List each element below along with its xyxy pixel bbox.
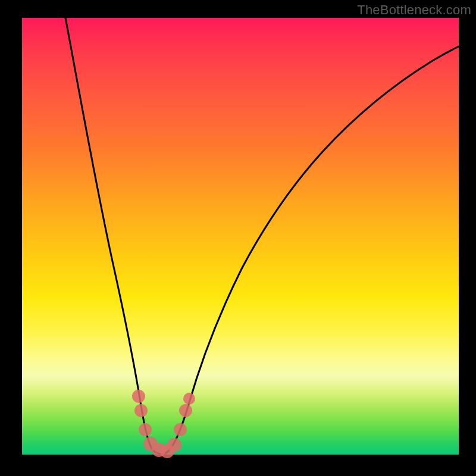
svg-point-9 bbox=[183, 393, 195, 405]
curve-layer bbox=[22, 18, 459, 455]
svg-point-2 bbox=[139, 423, 152, 436]
svg-point-1 bbox=[134, 404, 148, 417]
watermark-text: TheBottleneck.com bbox=[357, 2, 471, 18]
bottleneck-curve bbox=[65, 18, 459, 454]
chart-frame: TheBottleneck.com bbox=[0, 0, 476, 476]
svg-point-8 bbox=[179, 404, 192, 417]
svg-point-6 bbox=[167, 438, 181, 452]
svg-point-0 bbox=[132, 390, 145, 403]
plot-area bbox=[22, 18, 459, 455]
marker-cluster-right bbox=[167, 393, 195, 452]
svg-point-7 bbox=[174, 423, 187, 436]
